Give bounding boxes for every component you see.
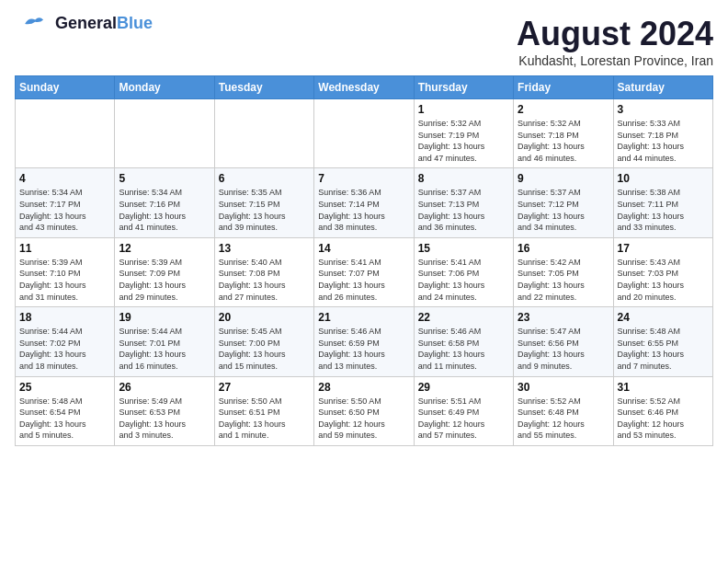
calendar-cell: 19Sunrise: 5:44 AM Sunset: 7:01 PM Dayli… <box>115 307 214 376</box>
calendar-cell <box>16 99 115 168</box>
calendar-cell: 13Sunrise: 5:40 AM Sunset: 7:08 PM Dayli… <box>214 237 313 306</box>
calendar-cell: 10Sunrise: 5:38 AM Sunset: 7:11 PM Dayli… <box>613 168 712 237</box>
calendar-table: SundayMondayTuesdayWednesdayThursdayFrid… <box>15 75 713 446</box>
title-block: August 2024 Kuhdasht, Lorestan Province,… <box>517 15 713 68</box>
calendar-week-row: 4Sunrise: 5:34 AM Sunset: 7:17 PM Daylig… <box>16 168 713 237</box>
day-info: Sunrise: 5:40 AM Sunset: 7:08 PM Dayligh… <box>219 257 310 303</box>
day-info: Sunrise: 5:33 AM Sunset: 7:18 PM Dayligh… <box>618 118 709 164</box>
calendar-cell: 17Sunrise: 5:43 AM Sunset: 7:03 PM Dayli… <box>613 237 712 306</box>
day-info: Sunrise: 5:34 AM Sunset: 7:16 PM Dayligh… <box>119 187 210 233</box>
day-number: 20 <box>219 311 310 324</box>
calendar-cell: 18Sunrise: 5:44 AM Sunset: 7:02 PM Dayli… <box>16 307 115 376</box>
day-info: Sunrise: 5:51 AM Sunset: 6:49 PM Dayligh… <box>418 396 509 442</box>
calendar-cell: 31Sunrise: 5:52 AM Sunset: 6:46 PM Dayli… <box>613 376 712 445</box>
calendar-cell: 1Sunrise: 5:32 AM Sunset: 7:19 PM Daylig… <box>414 99 513 168</box>
day-info: Sunrise: 5:35 AM Sunset: 7:15 PM Dayligh… <box>219 187 310 233</box>
weekday-header: Tuesday <box>214 76 313 99</box>
day-info: Sunrise: 5:50 AM Sunset: 6:51 PM Dayligh… <box>219 396 310 442</box>
day-number: 3 <box>618 103 709 116</box>
day-number: 6 <box>219 172 310 185</box>
weekday-header: Saturday <box>613 76 712 99</box>
day-number: 21 <box>318 311 409 324</box>
day-info: Sunrise: 5:39 AM Sunset: 7:09 PM Dayligh… <box>119 257 210 303</box>
day-number: 7 <box>318 172 409 185</box>
day-info: Sunrise: 5:46 AM Sunset: 6:59 PM Dayligh… <box>318 326 409 372</box>
day-info: Sunrise: 5:46 AM Sunset: 6:58 PM Dayligh… <box>418 326 509 372</box>
calendar-cell: 27Sunrise: 5:50 AM Sunset: 6:51 PM Dayli… <box>214 376 313 445</box>
calendar-cell: 9Sunrise: 5:37 AM Sunset: 7:12 PM Daylig… <box>514 168 613 237</box>
calendar-cell <box>314 99 414 168</box>
day-number: 9 <box>518 172 609 185</box>
day-number: 31 <box>618 381 709 394</box>
day-info: Sunrise: 5:44 AM Sunset: 7:02 PM Dayligh… <box>19 326 110 372</box>
calendar-cell: 21Sunrise: 5:46 AM Sunset: 6:59 PM Dayli… <box>314 307 414 376</box>
day-number: 1 <box>418 103 509 116</box>
calendar-cell: 24Sunrise: 5:48 AM Sunset: 6:55 PM Dayli… <box>613 307 712 376</box>
calendar-cell: 23Sunrise: 5:47 AM Sunset: 6:56 PM Dayli… <box>514 307 613 376</box>
calendar-cell: 3Sunrise: 5:33 AM Sunset: 7:18 PM Daylig… <box>613 99 712 168</box>
location-subtitle: Kuhdasht, Lorestan Province, Iran <box>517 53 713 68</box>
day-number: 19 <box>119 311 210 324</box>
calendar-cell: 28Sunrise: 5:50 AM Sunset: 6:50 PM Dayli… <box>314 376 414 445</box>
day-info: Sunrise: 5:39 AM Sunset: 7:10 PM Dayligh… <box>19 257 110 303</box>
day-info: Sunrise: 5:43 AM Sunset: 7:03 PM Dayligh… <box>618 257 709 303</box>
month-title: August 2024 <box>517 15 713 53</box>
day-info: Sunrise: 5:44 AM Sunset: 7:01 PM Dayligh… <box>119 326 210 372</box>
day-info: Sunrise: 5:49 AM Sunset: 6:53 PM Dayligh… <box>119 396 210 442</box>
day-number: 24 <box>618 311 709 324</box>
day-info: Sunrise: 5:42 AM Sunset: 7:05 PM Dayligh… <box>518 257 609 303</box>
calendar-cell: 26Sunrise: 5:49 AM Sunset: 6:53 PM Dayli… <box>115 376 214 445</box>
day-number: 30 <box>518 381 609 394</box>
day-info: Sunrise: 5:41 AM Sunset: 7:06 PM Dayligh… <box>418 257 509 303</box>
calendar-cell: 14Sunrise: 5:41 AM Sunset: 7:07 PM Dayli… <box>314 237 414 306</box>
day-number: 29 <box>418 381 509 394</box>
calendar-cell: 15Sunrise: 5:41 AM Sunset: 7:06 PM Dayli… <box>414 237 513 306</box>
day-info: Sunrise: 5:52 AM Sunset: 6:46 PM Dayligh… <box>618 396 709 442</box>
day-info: Sunrise: 5:52 AM Sunset: 6:48 PM Dayligh… <box>518 396 609 442</box>
day-info: Sunrise: 5:48 AM Sunset: 6:55 PM Dayligh… <box>618 326 709 372</box>
day-info: Sunrise: 5:37 AM Sunset: 7:13 PM Dayligh… <box>418 187 509 233</box>
logo-text: GeneralBlue <box>55 15 153 33</box>
day-number: 25 <box>19 381 110 394</box>
day-number: 14 <box>318 242 409 255</box>
day-info: Sunrise: 5:34 AM Sunset: 7:17 PM Dayligh… <box>19 187 110 233</box>
calendar-cell: 16Sunrise: 5:42 AM Sunset: 7:05 PM Dayli… <box>514 237 613 306</box>
calendar-week-row: 25Sunrise: 5:48 AM Sunset: 6:54 PM Dayli… <box>16 376 713 445</box>
day-number: 11 <box>19 242 110 255</box>
calendar-cell <box>214 99 313 168</box>
calendar-cell: 25Sunrise: 5:48 AM Sunset: 6:54 PM Dayli… <box>16 376 115 445</box>
day-info: Sunrise: 5:36 AM Sunset: 7:14 PM Dayligh… <box>318 187 409 233</box>
calendar-week-row: 11Sunrise: 5:39 AM Sunset: 7:10 PM Dayli… <box>16 237 713 306</box>
day-number: 12 <box>119 242 210 255</box>
calendar-cell: 30Sunrise: 5:52 AM Sunset: 6:48 PM Dayli… <box>514 376 613 445</box>
day-number: 26 <box>119 381 210 394</box>
calendar-cell: 4Sunrise: 5:34 AM Sunset: 7:17 PM Daylig… <box>16 168 115 237</box>
day-info: Sunrise: 5:45 AM Sunset: 7:00 PM Dayligh… <box>219 326 310 372</box>
day-number: 22 <box>418 311 509 324</box>
calendar-cell: 2Sunrise: 5:32 AM Sunset: 7:18 PM Daylig… <box>514 99 613 168</box>
calendar-cell: 7Sunrise: 5:36 AM Sunset: 7:14 PM Daylig… <box>314 168 414 237</box>
day-number: 10 <box>618 172 709 185</box>
calendar-cell: 29Sunrise: 5:51 AM Sunset: 6:49 PM Dayli… <box>414 376 513 445</box>
calendar-cell: 6Sunrise: 5:35 AM Sunset: 7:15 PM Daylig… <box>214 168 313 237</box>
day-number: 17 <box>618 242 709 255</box>
logo-icon <box>15 15 51 33</box>
weekday-header: Monday <box>115 76 214 99</box>
weekday-header-row: SundayMondayTuesdayWednesdayThursdayFrid… <box>16 76 713 99</box>
day-info: Sunrise: 5:47 AM Sunset: 6:56 PM Dayligh… <box>518 326 609 372</box>
calendar-week-row: 18Sunrise: 5:44 AM Sunset: 7:02 PM Dayli… <box>16 307 713 376</box>
calendar-cell: 20Sunrise: 5:45 AM Sunset: 7:00 PM Dayli… <box>214 307 313 376</box>
calendar-week-row: 1Sunrise: 5:32 AM Sunset: 7:19 PM Daylig… <box>16 99 713 168</box>
calendar-cell: 5Sunrise: 5:34 AM Sunset: 7:16 PM Daylig… <box>115 168 214 237</box>
day-number: 5 <box>119 172 210 185</box>
day-info: Sunrise: 5:37 AM Sunset: 7:12 PM Dayligh… <box>518 187 609 233</box>
logo: GeneralBlue <box>15 15 153 33</box>
day-number: 2 <box>518 103 609 116</box>
day-number: 23 <box>518 311 609 324</box>
day-number: 16 <box>518 242 609 255</box>
calendar-cell: 22Sunrise: 5:46 AM Sunset: 6:58 PM Dayli… <box>414 307 513 376</box>
weekday-header: Sunday <box>16 76 115 99</box>
day-number: 18 <box>19 311 110 324</box>
day-info: Sunrise: 5:32 AM Sunset: 7:18 PM Dayligh… <box>518 118 609 164</box>
day-info: Sunrise: 5:38 AM Sunset: 7:11 PM Dayligh… <box>618 187 709 233</box>
